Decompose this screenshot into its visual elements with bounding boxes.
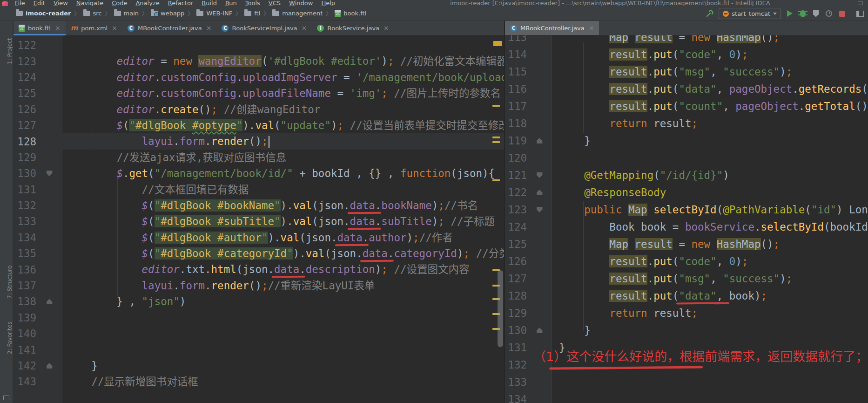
menu-refactor[interactable]: Refactor [164,0,198,6]
code-line-126[interactable]: 126 result.put("code", 0); [505,253,868,270]
line-number[interactable]: 134 [13,232,36,244]
menu-edit[interactable]: Edit [29,0,49,6]
line-number[interactable]: 132 [13,199,36,212]
line-number[interactable]: 114 [505,48,527,61]
fold-marker-icon[interactable] [537,207,543,212]
code-line-127[interactable]: 127 $("#dlgBook #optype").val("update");… [13,117,504,133]
code-text[interactable]: result.put("code", 0); [559,46,748,63]
scrollbar-thumb[interactable] [498,270,503,347]
close-icon[interactable]: × [384,24,389,32]
code-line-124[interactable]: 124 Book book = bookService.selectById(b… [505,219,868,236]
line-number[interactable]: 122 [505,186,527,198]
code-text[interactable]: //发送ajax请求,获取对应图书信息 [66,150,286,165]
close-icon[interactable]: × [302,24,307,32]
line-number[interactable]: 123 [13,55,36,68]
line-number[interactable]: 119 [505,135,527,147]
fold-marker-icon[interactable] [537,190,543,195]
line-number[interactable]: 126 [13,103,36,116]
breadcrumb-item-src[interactable]: src [83,10,102,17]
error-stripe-top-mark[interactable] [493,41,502,46]
code-line-124[interactable]: 124 editor.customConfig.uploadImgServer … [13,69,504,85]
code-text[interactable]: layui.form.render();//重新渲染LayUI表单 [66,278,375,294]
code-line-139[interactable]: 139 [13,310,504,326]
line-number[interactable]: 122 [13,39,36,51]
menu-vcs[interactable]: VCS [264,0,285,6]
code-line-123[interactable]: 123 public Map selectById(@PathVariable(… [505,201,868,219]
code-text[interactable]: editor = new wangEditor('#dlgBook #edito… [66,53,504,69]
code-line-115[interactable]: 115 result.put("msg", "success"); [505,63,868,81]
breadcrumb-item-webapp[interactable]: webapp [151,10,184,17]
line-number[interactable]: 140 [13,328,36,340]
code-text[interactable]: result.put("msg", "success"); [559,270,792,287]
menu-view[interactable]: View [49,0,72,6]
code-text[interactable]: $("#dlgBook #subTitle").val(json.data.su… [66,213,495,229]
code-line-130[interactable]: 130 } [505,322,868,339]
fold-marker-icon[interactable] [47,363,53,369]
code-line-133[interactable]: 133 [505,374,868,391]
code-line-129[interactable]: 129 //发送ajax请求,获取对应图书信息 [13,150,504,165]
tool-button-structure[interactable]: 7: Structure [0,256,13,307]
code-text[interactable]: } [559,322,591,339]
line-number[interactable]: 141 [13,344,36,356]
line-number[interactable]: 133 [13,215,36,227]
menu-analyze[interactable]: Analyze [131,0,163,6]
code-line-125[interactable]: 125 editor.customConfig.uploadFileName =… [13,85,504,101]
code-line-126[interactable]: 126 editor.create(); //创建wangEditor [13,102,504,117]
editor-pane-left[interactable]: 122123 editor = new wangEditor('#dlgBook… [13,35,504,403]
event-log-icon[interactable] [3,396,9,400]
line-number[interactable]: 142 [13,360,36,372]
code-line-132[interactable]: 132 $("#dlgBook #bookName").val(json.dat… [13,198,504,213]
code-line-134[interactable]: 134 [505,391,868,403]
tool-button-project[interactable]: 1: Project [0,26,13,77]
menu-window[interactable]: Window [285,0,317,6]
code-text[interactable]: @GetMapping("/id/{id}") [559,167,729,184]
code-text[interactable]: public Map selectById(@PathVariable("id"… [559,201,868,219]
code-text[interactable]: } [66,358,98,374]
menu-tools[interactable]: Tools [241,0,264,6]
line-number[interactable]: 126 [505,255,527,267]
code-line-120[interactable]: 120 [505,150,868,167]
fold-marker-icon[interactable] [537,328,543,333]
code-line-119[interactable]: 119 } [505,132,868,150]
code-line-118[interactable]: 118 return result; [505,115,868,132]
debug-button[interactable] [799,9,807,18]
code-text[interactable]: $("#dlgBook #optype").val("update"); //设… [66,117,504,133]
editor-split-divider[interactable] [504,21,505,403]
line-number[interactable]: 135 [13,247,36,260]
code-line-127[interactable]: 127 result.put("msg", "success"); [505,270,868,287]
line-number[interactable]: 131 [13,184,36,196]
line-number[interactable]: 137 [13,280,36,292]
line-number[interactable]: 129 [13,151,36,164]
code-line-116[interactable]: 116 result.put("data", pageObject.getRec… [505,81,868,98]
line-number[interactable]: 123 [505,204,527,216]
close-icon[interactable]: × [112,24,117,32]
coverage-button[interactable] [812,9,820,18]
code-line-128[interactable]: 128 result.put("data", book); [505,287,868,305]
line-number[interactable]: 124 [505,221,527,233]
fold-marker-icon[interactable] [47,299,53,304]
warning-stripe-mark[interactable] [492,105,500,107]
code-text[interactable]: //文本框回填已有数据 [66,182,249,198]
run-button[interactable] [786,9,794,18]
code-line-113[interactable]: 113 Map result = new HashMap(); [505,35,868,46]
line-number[interactable]: 127 [13,119,36,131]
code-text[interactable]: editor.txt.html(json.data.description); … [66,261,470,277]
code-text[interactable]: //显示新增图书对话框 [66,374,198,389]
line-number[interactable]: 132 [505,359,527,371]
close-icon[interactable]: × [206,24,212,32]
code-line-138[interactable]: 138 } , "json") [13,294,504,309]
code-line-123[interactable]: 123 editor = new wangEditor('#dlgBook #e… [13,53,504,69]
code-text[interactable]: Book book = bookService.selectById(bookI… [559,219,868,236]
menu-file[interactable]: File [11,0,29,6]
code-line-136[interactable]: 136 editor.txt.html(json.data.descriptio… [13,261,504,277]
code-text[interactable]: $("#dlgBook #categoryId").val(json.data.… [66,246,504,261]
code-text[interactable]: } [559,132,591,150]
breadcrumb-item-book.ftl[interactable]: book.ftl [335,10,366,17]
line-number[interactable]: 136 [13,264,36,276]
code-line-130[interactable]: 130 $.get("/management/book/id/" + bookI… [13,165,504,181]
build-hammer-icon[interactable] [706,9,714,18]
line-number[interactable]: 134 [505,393,527,403]
tool-button-favorites[interactable]: 2: Favorites [0,312,13,363]
line-number[interactable]: 113 [505,35,527,43]
line-number[interactable]: 143 [13,376,36,388]
